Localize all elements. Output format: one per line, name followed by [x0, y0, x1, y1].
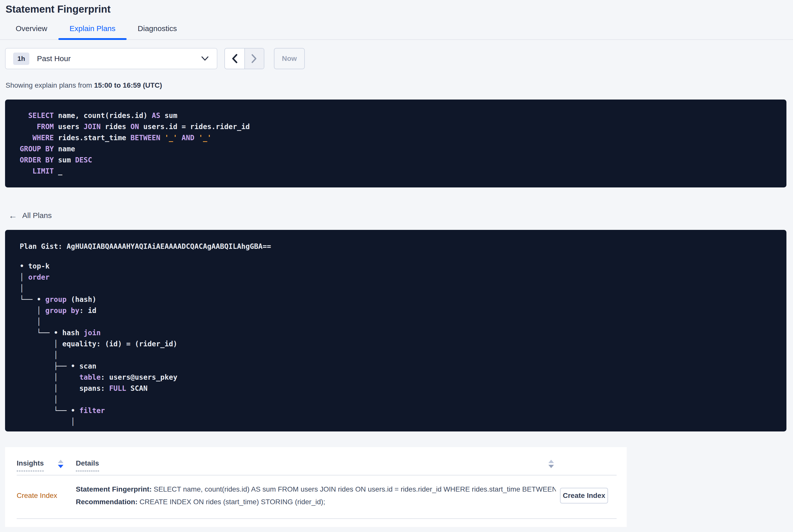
tab-overview[interactable]: Overview	[4, 19, 58, 39]
tab-diagnostics[interactable]: Diagnostics	[127, 19, 188, 39]
plan-gist-label: Plan Gist:	[20, 242, 67, 251]
recommendation-detail: Recommendation: CREATE INDEX ON rides (s…	[76, 498, 556, 506]
plan-gist-value: AgHUAQIABQAAAAHYAQIAiAEAAAADCQACAgAABQIL…	[67, 242, 271, 251]
table-row: Create Index Statement Fingerprint: SELE…	[17, 475, 617, 515]
showing-range-text: Showing explain plans from 15:00 to 16:5…	[5, 81, 793, 90]
recommendation-label: Recommendation:	[76, 498, 137, 506]
sql-fingerprint-block: SELECT name, count(rides.id) AS sum FROM…	[5, 99, 787, 187]
time-controls: 1h Past Hour Now	[5, 48, 787, 69]
previous-interval-button[interactable]	[225, 49, 244, 69]
statement-fingerprint-text: SELECT name, count(rides.id) AS sum FROM…	[152, 485, 556, 493]
sort-down-caret	[58, 465, 63, 468]
tab-explain-plans[interactable]: Explain Plans	[58, 19, 127, 39]
chevron-down-icon	[201, 56, 209, 61]
showing-prefix: Showing explain plans from	[5, 81, 94, 89]
time-range-label: Past Hour	[37, 54, 71, 63]
insights-sort-icon[interactable]	[58, 460, 63, 468]
insights-header-cell: Insights	[17, 459, 76, 471]
time-step-buttons	[224, 48, 264, 69]
sort-up-caret	[548, 460, 554, 463]
insights-column-header[interactable]: Insights	[17, 459, 44, 471]
statement-fingerprint-detail: Statement Fingerprint: SELECT name, coun…	[76, 485, 556, 494]
row-details: Statement Fingerprint: SELECT name, coun…	[76, 485, 556, 506]
statement-fingerprint-page: Statement Fingerprint Overview Explain P…	[0, 0, 793, 532]
all-plans-label: All Plans	[22, 211, 52, 220]
insights-table-header: Insights Details	[17, 459, 617, 471]
tab-bar: Overview Explain Plans Diagnostics	[0, 19, 793, 40]
plan-tree: • top-k │ order │ └── • group (hash) │ g…	[20, 261, 776, 428]
details-header-cell: Details	[76, 459, 617, 471]
back-arrow-icon: ←	[8, 212, 17, 219]
next-interval-button[interactable]	[244, 49, 264, 69]
time-range-badge: 1h	[13, 53, 29, 65]
create-index-link[interactable]: Create Index	[17, 492, 76, 500]
time-range-select[interactable]: 1h Past Hour	[5, 48, 217, 69]
details-column-header[interactable]: Details	[76, 459, 99, 471]
sql-statement: SELECT name, count(rides.id) AS sum FROM…	[20, 110, 776, 177]
create-index-button[interactable]: Create Index	[560, 488, 608, 504]
page-title: Statement Fingerprint	[0, 0, 793, 15]
row-divider	[17, 518, 617, 519]
all-plans-back-link[interactable]: ← All Plans	[8, 211, 52, 220]
plan-gist-block: Plan Gist: AgHUAQIABQAAAAHYAQIAiAEAAAADC…	[5, 230, 787, 432]
plan-gist-line: Plan Gist: AgHUAQIABQAAAAHYAQIAiAEAAAADC…	[20, 241, 776, 252]
statement-fingerprint-label: Statement Fingerprint:	[76, 485, 152, 493]
sort-down-caret	[548, 465, 554, 468]
recommendation-text: CREATE INDEX ON rides (start_time) STORI…	[137, 498, 325, 506]
showing-range: 15:00 to 16:59 (UTC)	[94, 81, 162, 89]
details-sort-icon[interactable]	[548, 460, 554, 468]
sort-up-caret	[58, 460, 63, 463]
now-button[interactable]: Now	[274, 48, 305, 69]
insights-table-card: Insights Details Create Index Statement …	[5, 447, 627, 527]
